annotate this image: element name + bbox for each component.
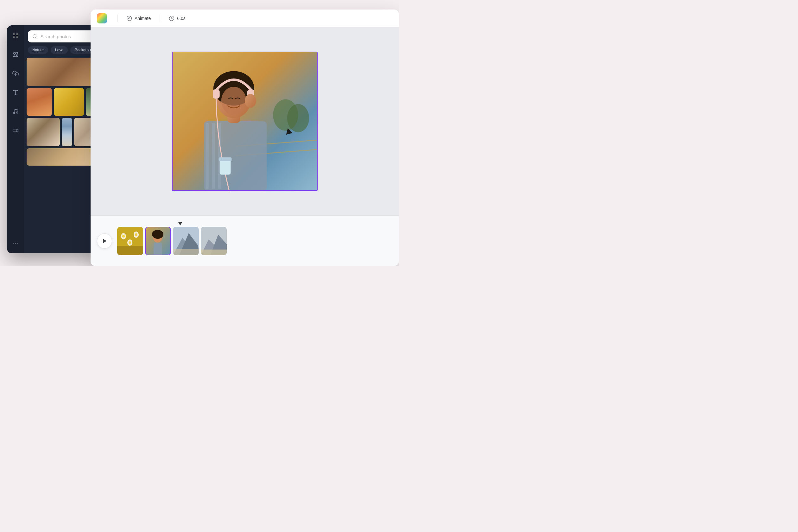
sidebar-item-grid[interactable] — [11, 31, 21, 40]
svg-rect-27 — [206, 123, 209, 189]
svg-point-48 — [135, 233, 137, 236]
svg-point-36 — [245, 94, 256, 108]
duration-button[interactable]: 6.0s — [165, 14, 189, 23]
timeline-wrapper — [117, 227, 227, 255]
list-item[interactable] — [62, 118, 72, 146]
photo-row-1 — [26, 58, 99, 86]
timeline-area — [91, 215, 399, 266]
timeline-clip-1[interactable] — [117, 227, 143, 255]
animate-button[interactable]: Animate — [122, 14, 154, 23]
icon-sidebar — [7, 25, 24, 253]
svg-point-18 — [33, 35, 36, 38]
duration-label: 6.0s — [177, 16, 185, 21]
svg-point-46 — [122, 235, 125, 238]
canvas-frame — [172, 52, 318, 191]
play-icon — [102, 238, 108, 244]
svg-point-17 — [17, 243, 18, 244]
svg-marker-41 — [103, 239, 107, 243]
svg-point-12 — [17, 112, 18, 113]
photo-search-panel: Nature Love Background Happy Flowers › — [7, 25, 102, 253]
svg-marker-7 — [16, 55, 18, 57]
svg-rect-38 — [219, 157, 232, 161]
svg-point-33 — [221, 87, 246, 115]
photo-row-2 — [26, 88, 99, 116]
svg-rect-49 — [117, 246, 143, 255]
animate-label: Animate — [135, 16, 151, 21]
svg-rect-28 — [212, 123, 215, 189]
svg-rect-0 — [13, 33, 15, 35]
timeline-clip-3[interactable] — [173, 227, 199, 255]
search-icon — [32, 34, 37, 39]
clip-4-thumbnail — [201, 227, 227, 255]
svg-rect-3 — [16, 36, 18, 38]
play-button[interactable] — [97, 233, 112, 249]
animate-icon — [126, 16, 132, 21]
svg-point-52 — [152, 230, 164, 239]
chip-nature[interactable]: Nature — [28, 46, 48, 54]
svg-rect-61 — [201, 249, 227, 255]
svg-rect-1 — [16, 33, 18, 35]
photo-row-3 — [26, 118, 99, 146]
app-logo — [97, 13, 107, 23]
editor-panel: Animate 6.0s — [91, 10, 399, 266]
chip-love[interactable]: Love — [51, 46, 68, 54]
sidebar-item-text[interactable] — [11, 88, 21, 97]
svg-point-20 — [127, 16, 132, 21]
canvas-illustration — [173, 52, 317, 190]
svg-rect-53 — [154, 243, 162, 255]
list-item[interactable] — [26, 88, 52, 116]
svg-rect-37 — [220, 159, 231, 175]
toolbar-divider-2 — [159, 15, 160, 22]
toolbar-divider-1 — [117, 15, 117, 22]
sidebar-item-upload[interactable] — [11, 69, 21, 78]
svg-marker-6 — [13, 55, 16, 57]
timeline-clip-2[interactable] — [145, 227, 171, 255]
editor-toolbar: Animate 6.0s — [91, 10, 399, 27]
clip-2-thumbnail — [146, 227, 171, 255]
svg-point-21 — [129, 17, 130, 19]
svg-point-11 — [13, 112, 15, 114]
svg-rect-5 — [16, 52, 18, 54]
clip-3-thumbnail — [173, 227, 199, 255]
svg-point-4 — [13, 52, 16, 55]
svg-line-19 — [36, 37, 37, 38]
timeline-indicator — [178, 222, 182, 226]
svg-rect-2 — [13, 36, 15, 38]
list-item[interactable] — [26, 118, 60, 146]
canvas-photo — [173, 52, 317, 190]
canvas-area[interactable] — [91, 27, 399, 215]
svg-point-16 — [15, 243, 16, 244]
sidebar-item-video[interactable] — [11, 126, 21, 135]
clip-1-thumbnail — [117, 227, 143, 255]
timeline-clip-4[interactable] — [201, 227, 227, 255]
svg-rect-34 — [213, 89, 220, 99]
photo-row-4 — [26, 148, 99, 166]
search-bar[interactable] — [28, 31, 98, 42]
search-input[interactable] — [40, 34, 94, 39]
list-item[interactable] — [26, 148, 99, 166]
clock-icon — [169, 16, 174, 21]
list-item[interactable] — [26, 58, 99, 86]
list-item[interactable] — [54, 88, 84, 116]
svg-rect-57 — [173, 249, 199, 255]
sidebar-item-shapes[interactable] — [11, 50, 21, 59]
svg-rect-13 — [13, 129, 17, 132]
svg-point-15 — [13, 243, 14, 244]
sidebar-item-music[interactable] — [11, 107, 21, 116]
svg-point-47 — [129, 241, 131, 244]
timeline-clips — [117, 227, 227, 255]
sidebar-item-more[interactable] — [11, 238, 21, 248]
